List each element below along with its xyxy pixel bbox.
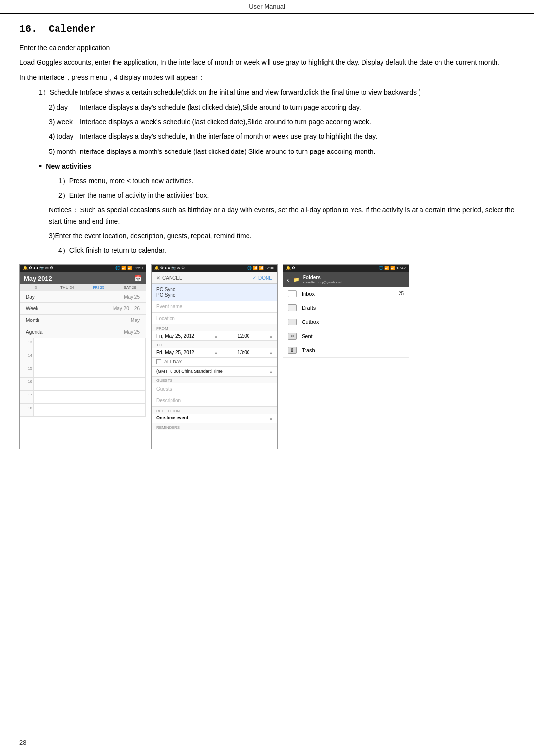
calendar-value: PC Sync <box>156 292 272 298</box>
location-field[interactable]: Location <box>152 313 277 324</box>
folder-outbox[interactable]: Outbox <box>283 315 409 329</box>
calendar-field[interactable]: PC Sync PC Sync <box>152 284 277 301</box>
inbox-label: Inbox <box>302 291 315 297</box>
add-event-screenshot: 🔔 ✿ ♦ ● 📷 ✉ ⚙ 🌐 📶 📶 12:00 ✕ <box>151 264 278 449</box>
cal-icon: 📅 <box>134 275 142 282</box>
bullet-label: New activities <box>46 161 91 171</box>
step4: 4）Click finish to return to calendar. <box>19 245 515 256</box>
menu-item-day[interactable]: Day May 25 <box>20 291 146 303</box>
item5-text: nterface displays a month's schedule (la… <box>80 148 376 155</box>
item5: 5) month nterface displays a month's sch… <box>19 146 515 157</box>
step2: 2）Enter the name of activity in the acti… <box>19 190 515 201</box>
cancel-button[interactable]: ✕ CANCEL <box>156 275 182 281</box>
guests-field[interactable]: Guests <box>152 383 277 395</box>
repetition-value: One-time event <box>156 416 188 420</box>
page-number: 28 <box>19 739 26 746</box>
item4: 4) today Interface displays a day's sche… <box>19 131 515 142</box>
cal-status-bar: 🔔 ✿ ♦ ● 📷 ✉ ⚙ 🌐 📶 📶 11:59 <box>20 265 146 272</box>
page-content: 16. Calender Enter the calender applicat… <box>0 14 534 469</box>
notices-text: Such as special occasions such as birthd… <box>49 206 515 225</box>
repetition-label: REPETITION <box>152 407 277 414</box>
grid-row-15: 15 <box>20 364 146 378</box>
to-time: 13:00 <box>237 350 249 355</box>
add-status-bar: 🔔 ✿ ♦ ● 📷 ✉ ⚙ 🌐 📶 📶 12:00 <box>152 265 277 272</box>
all-day-checkbox[interactable] <box>156 359 161 364</box>
back-icon[interactable]: ‹ <box>287 276 289 284</box>
description-field[interactable]: Description <box>152 395 277 407</box>
item3-label: 3) week <box>49 116 78 127</box>
account-name: Folders <box>303 275 342 280</box>
folder-trash[interactable]: 🗑 Trash <box>283 343 409 358</box>
timezone-value: (GMT+8:00) China Standard Time <box>156 369 223 374</box>
menu-item-agenda[interactable]: Agenda May 25 <box>20 326 146 338</box>
grid-row-13: 13 <box>20 338 146 351</box>
guests-placeholder: Guests <box>156 386 272 392</box>
grid-row-14: 14 <box>20 351 146 364</box>
step3: 3)Enter the event location, description,… <box>19 230 515 241</box>
to-label: TO <box>152 341 277 348</box>
cal-menu: Day May 25 Week May 20 – 26 Month May Ag… <box>20 291 146 338</box>
reminders-label: REMINDERS <box>152 423 277 430</box>
para1: Enter the calender application <box>19 42 515 53</box>
to-row[interactable]: Fri, May 25, 2012 ▴ 13:00 ▴ <box>152 348 277 358</box>
month-year: May 2012 <box>24 275 52 282</box>
from-date: Fri, May 25, 2012 <box>156 333 194 339</box>
from-row[interactable]: Fri, May 25, 2012 ▴ 12:00 ▴ <box>152 331 277 341</box>
section-title: 16. Calender <box>19 23 515 35</box>
cal-weekdays: 3 THU 24 FRI 25 SAT 26 <box>20 284 146 291</box>
all-day-label: ALL DAY <box>164 359 182 364</box>
item3-text: Interface displays a week's schedule (la… <box>80 118 371 126</box>
folder-drafts[interactable]: Drafts <box>283 301 409 315</box>
item2-label: 2) day <box>49 102 78 113</box>
item4-text: Interface displays a day's schedule, In … <box>80 132 377 140</box>
to-date: Fri, May 25, 2012 <box>156 350 194 355</box>
item3: 3) week Interface displays a week's sche… <box>19 116 515 127</box>
outbox-label: Outbox <box>302 319 319 325</box>
grid-row-17: 17 <box>20 391 146 404</box>
email-toolbar: ‹ 📁 Folders chunlin_ing@yeah.net <box>283 272 409 287</box>
new-activities-bullet: • New activities <box>19 161 515 172</box>
step1: 1）Press menu, more < touch new activitie… <box>19 175 515 186</box>
calendar-label: PC Sync <box>156 287 272 292</box>
done-button[interactable]: ✓ DONE <box>252 275 272 281</box>
menu-item-month[interactable]: Month May <box>20 315 146 326</box>
item1: 1）Schedule Intrface shows a certain sche… <box>19 87 515 97</box>
page-header: User Manual <box>0 0 534 14</box>
notices-label: Notices： <box>49 206 78 214</box>
guests-label: GUESTS <box>152 377 277 383</box>
sent-label: Sent <box>302 333 313 339</box>
sent-icon: ✉ <box>288 333 297 340</box>
cal-grid: 13 14 15 <box>20 338 146 417</box>
from-time: 12:00 <box>237 333 249 339</box>
event-name-placeholder: Event name <box>156 304 272 309</box>
header-text: User Manual <box>249 3 285 10</box>
screenshots-row: 🔔 ✿ ♦ ● 📷 ✉ ⚙ 🌐 📶 📶 11:59 May 2012 <box>19 264 515 449</box>
grid-row-18: 18 <box>20 404 146 417</box>
inbox-badge: 25 <box>399 291 404 296</box>
item5-label: 5) month <box>49 146 78 157</box>
menu-item-week[interactable]: Week May 20 – 26 <box>20 303 146 315</box>
event-name-field[interactable]: Event name <box>152 301 277 313</box>
folder-sent[interactable]: ✉ Sent <box>283 329 409 343</box>
item2-text: Interface displays a day's schedule (las… <box>80 103 361 111</box>
notices: Notices： Such as special occasions such … <box>19 205 515 227</box>
trash-icon: 🗑 <box>288 347 297 354</box>
add-toolbar: ✕ CANCEL ✓ DONE <box>152 272 277 284</box>
trash-label: Trash <box>302 347 315 353</box>
bullet-dot: • <box>39 161 42 172</box>
folder-inbox[interactable]: Inbox 25 <box>283 287 409 301</box>
from-label: FROM <box>152 324 277 331</box>
description-placeholder: Description <box>156 398 272 403</box>
timezone-row[interactable]: (GMT+8:00) China Standard Time ▴ <box>152 367 277 377</box>
outbox-icon <box>288 319 297 325</box>
all-day-row[interactable]: ALL DAY <box>152 358 277 367</box>
item2: 2) day Interface displays a day's schedu… <box>19 102 515 113</box>
folders-list: Inbox 25 Drafts Outbox ✉ Sent <box>283 287 409 358</box>
email-status-bar: 🔔 ✿ 🌐 📶 📶 13:42 <box>283 265 409 272</box>
repetition-row[interactable]: One-time event ▴ <box>152 414 277 423</box>
para3: In the interface，press menu，4 display mo… <box>19 72 515 83</box>
calendar-screenshot: 🔔 ✿ ♦ ● 📷 ✉ ⚙ 🌐 📶 📶 11:59 May 2012 <box>19 264 146 449</box>
para2: Load Goggles accounts, enter the applica… <box>19 57 515 68</box>
item4-label: 4) today <box>49 131 78 142</box>
cal-header: May 2012 📅 <box>20 272 146 284</box>
